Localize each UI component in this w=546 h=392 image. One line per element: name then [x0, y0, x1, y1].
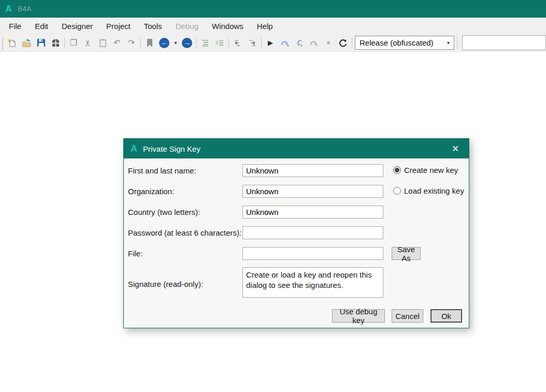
- dialog-title-bar[interactable]: A Private Sign Key ✕: [124, 139, 469, 158]
- dialog-title: Private Sign Key: [143, 144, 443, 153]
- close-icon[interactable]: ✕: [449, 143, 462, 154]
- title-bar: A B4A: [0, 0, 546, 18]
- window-title: B4A: [18, 5, 31, 13]
- undo-icon[interactable]: ↶: [110, 36, 124, 50]
- open-project-icon[interactable]: [19, 36, 34, 50]
- menu-file[interactable]: File: [2, 18, 28, 34]
- toolbar-grip[interactable]: [1, 37, 4, 49]
- toolbar-separator: [261, 37, 262, 49]
- radio-create-new-key[interactable]: Create new key: [393, 166, 458, 175]
- private-sign-key-dialog: A Private Sign Key ✕ First and last name…: [123, 138, 469, 328]
- first-last-name-input[interactable]: [242, 164, 383, 177]
- step-over-icon[interactable]: [278, 36, 292, 50]
- toolbar-separator: [64, 37, 65, 49]
- menu-designer[interactable]: Designer: [55, 18, 99, 34]
- cut-icon[interactable]: ✂: [81, 36, 95, 50]
- signature-label: Signature (read-only):: [128, 280, 203, 288]
- radio-load-existing-key[interactable]: Load existing key: [393, 186, 464, 195]
- new-project-icon[interactable]: [5, 36, 19, 50]
- forward-arrow-glyph: →: [182, 38, 192, 48]
- toolbar-separator: [196, 37, 196, 49]
- create-new-key-label: Create new key: [404, 166, 458, 175]
- create-new-key-radio[interactable]: [393, 166, 401, 174]
- file-label: File:: [128, 249, 142, 258]
- rebuild-icon[interactable]: [336, 36, 350, 50]
- organization-label: Organization:: [128, 187, 174, 196]
- use-debug-key-button[interactable]: Use debug key: [332, 309, 385, 323]
- copy-icon[interactable]: ❐: [66, 36, 81, 50]
- toolbar-separator: [140, 37, 141, 49]
- paste-icon[interactable]: [95, 36, 110, 50]
- uncomment-icon[interactable]: 2: [212, 36, 227, 50]
- run-icon[interactable]: ▶: [263, 36, 278, 50]
- load-existing-key-label: Load existing key: [404, 186, 464, 195]
- file-input[interactable]: [242, 247, 383, 260]
- menu-windows[interactable]: Windows: [205, 18, 250, 34]
- save-icon[interactable]: [34, 36, 48, 50]
- chevron-down-icon: ▾: [447, 40, 450, 46]
- back-arrow-glyph: ←: [159, 38, 169, 48]
- build-configuration-value: Release (obfuscated): [360, 38, 434, 47]
- svg-text:2: 2: [215, 40, 218, 45]
- app-logo-icon: A: [5, 4, 12, 13]
- menu-help[interactable]: Help: [250, 18, 280, 34]
- nav-forward-icon[interactable]: →: [180, 36, 194, 50]
- organization-input[interactable]: [242, 185, 383, 198]
- nav-back-icon[interactable]: ←: [157, 36, 171, 50]
- redo-icon[interactable]: ↷: [124, 36, 139, 50]
- toolbar-separator: [228, 37, 229, 49]
- menu-bar: File Edit Designer Project Tools Debug W…: [0, 18, 546, 34]
- main-toolbar: ❐ ✂ ↶ ↷ ← ▾ → 2: [0, 34, 546, 52]
- first-last-name-label: First and last name:: [128, 166, 196, 175]
- dialog-logo-icon: A: [131, 144, 137, 153]
- menu-project[interactable]: Project: [99, 18, 137, 34]
- menu-tools[interactable]: Tools: [137, 18, 169, 34]
- comment-icon[interactable]: [198, 36, 212, 50]
- build-package-icon[interactable]: [48, 36, 63, 50]
- outdent-icon[interactable]: [231, 36, 245, 50]
- bookmark-icon[interactable]: [142, 36, 157, 50]
- search-input[interactable]: [462, 35, 546, 50]
- password-label: Password (at least 6 characters):: [128, 228, 241, 237]
- ok-button[interactable]: Ok: [430, 309, 462, 323]
- country-input[interactable]: [242, 206, 383, 219]
- country-label: Country (two letters):: [128, 208, 200, 216]
- stop-icon: ■: [321, 36, 336, 50]
- menu-edit[interactable]: Edit: [28, 18, 55, 34]
- build-configuration-dropdown[interactable]: Release (obfuscated) ▾: [355, 36, 454, 50]
- nav-back-dropdown-icon[interactable]: ▾: [171, 36, 180, 50]
- password-input[interactable]: [242, 226, 383, 239]
- indent-icon[interactable]: [245, 36, 260, 50]
- step-out-icon[interactable]: [307, 36, 321, 50]
- cut-glyph: ✂: [84, 39, 92, 46]
- cancel-button[interactable]: Cancel: [392, 309, 423, 323]
- step-into-icon[interactable]: [292, 36, 307, 50]
- save-as-button[interactable]: Save As: [392, 247, 421, 260]
- toolbar-separator: [352, 37, 352, 49]
- toolbar-separator: [457, 37, 457, 49]
- signature-textarea[interactable]: Create or load a key and reopen this dia…: [242, 267, 383, 298]
- load-existing-key-radio[interactable]: [393, 187, 401, 195]
- menu-debug: Debug: [169, 18, 205, 34]
- dialog-body: First and last name: Organization: Count…: [124, 158, 469, 328]
